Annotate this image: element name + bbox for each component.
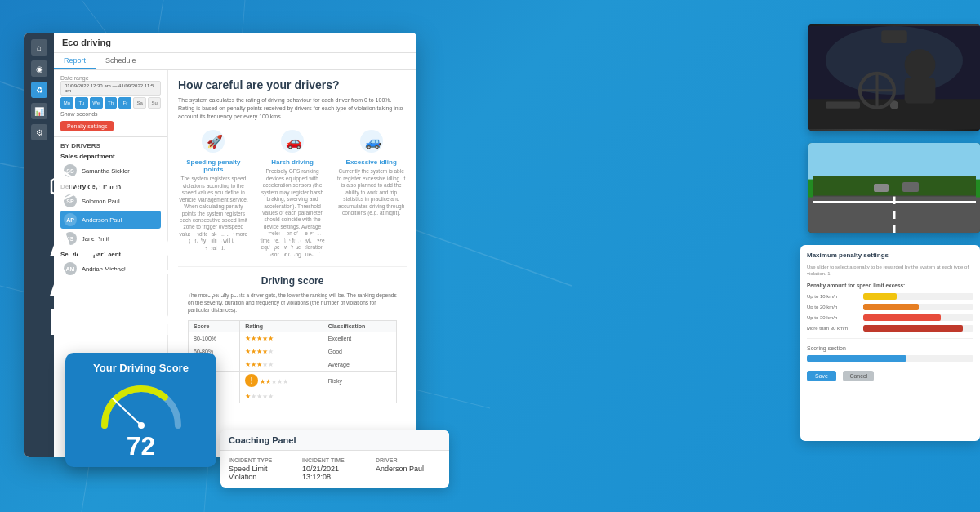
svg-rect-35 — [881, 30, 907, 43]
settings-panel: Maximum penalty settings Use slider to s… — [800, 245, 980, 441]
gauge-title: Your Driving Score — [93, 362, 189, 374]
svg-text:🚙: 🚙 — [365, 134, 381, 149]
incident-type-label: INCIDENT TYPE — [229, 457, 294, 463]
rating-row-3: ★★★★★ — [240, 358, 323, 372]
coaching-col-driver: DRIVER Anderson Paul — [376, 457, 441, 481]
coaching-title: Coaching Panel — [229, 435, 441, 445]
harsh-driving-icon: 🚗 — [279, 128, 305, 154]
day-mo[interactable]: Mo — [60, 97, 74, 109]
svg-rect-27 — [826, 101, 860, 108]
class-row-4: Risky — [323, 372, 396, 390]
filter-date-range[interactable]: 01/09/2022 12:30 am — 41/09/2022 11:5 pm — [60, 81, 161, 96]
reports-icon: 📊 — [34, 107, 44, 116]
camera-shots — [792, 0, 980, 229]
filter-label: Date range — [60, 75, 161, 81]
scoring-section-label: Scoring section — [807, 345, 973, 351]
rocket-icon: 🚀 — [200, 128, 226, 154]
road-svg — [808, 143, 980, 233]
class-row-3: Average — [323, 358, 396, 372]
day-sa[interactable]: Sa — [133, 97, 146, 109]
bar-label-1: Up to 10 km/h — [807, 294, 860, 299]
settings-actions: Scoring section Save Cancel — [807, 338, 973, 381]
coaching-header: Coaching Panel — [220, 430, 449, 451]
camera-shot-road — [808, 143, 980, 233]
scoring-bar — [807, 355, 973, 362]
coaching-col-time: INCIDENT TIME 10/21/2021 13:12:08 — [302, 457, 368, 481]
table-row: 40-60% ★★★★★ Average — [189, 358, 397, 372]
headline: ADAS AND DMS ALERTS IN NAVIXY — [49, 225, 359, 343]
bar-container-3 — [863, 314, 973, 321]
day-su[interactable]: Su — [148, 97, 161, 109]
sidebar-icon-home[interactable]: ⌂ — [31, 39, 47, 56]
bar-label-3: Up to 30 km/h — [807, 315, 860, 320]
score-gauge-card: Your Driving Score 72 — [65, 353, 216, 467]
dashboard-header: Eco driving — [54, 33, 416, 53]
svg-rect-37 — [813, 176, 976, 196]
sidebar-icon-map[interactable]: ◉ — [31, 60, 47, 77]
class-row-2: Good — [323, 345, 396, 358]
day-th[interactable]: Th — [105, 97, 118, 109]
how-careful-intro: The system calculates the rating of driv… — [178, 96, 407, 120]
scoring-bar-fill — [807, 355, 906, 362]
rating-row-5: ★★★★★ — [240, 390, 323, 403]
sidebar-icon-settings[interactable]: ⚙ — [31, 124, 47, 140]
bar-label-2: Up to 20 km/h — [807, 305, 860, 309]
filters: Date range 01/09/2022 12:30 am — 41/09/2… — [54, 70, 167, 137]
svg-rect-31 — [905, 78, 936, 104]
svg-point-30 — [905, 49, 936, 80]
settings-icon: ⚙ — [36, 128, 43, 137]
table-row: 20-40% ! ★★★★★ Risky — [189, 372, 397, 390]
bar-container-1 — [863, 293, 973, 300]
penalty-bar-row-3: Up to 30 km/h — [807, 314, 973, 321]
eco-icon: ♻ — [36, 86, 43, 95]
sidebar-icon-eco[interactable]: ♻ — [31, 82, 47, 98]
coaching-row: INCIDENT TYPE Speed Limit Violation INCI… — [220, 451, 449, 488]
logo-area: Navixy — [49, 169, 359, 200]
harsh-title: Harsh driving — [257, 158, 328, 166]
day-we[interactable]: We — [90, 97, 103, 109]
dashboard-title: Eco driving — [62, 38, 111, 47]
svg-text:🚀: 🚀 — [207, 134, 223, 149]
driver-silhouette-svg — [808, 24, 980, 131]
incident-time-label: INCIDENT TIME — [302, 457, 368, 463]
dashboard-tabs: Report Schedule — [54, 53, 416, 70]
penalty-bar-row-2: Up to 20 km/h — [807, 304, 973, 310]
day-tu[interactable]: Tu — [75, 97, 88, 109]
how-careful-heading: How careful are your drivers? — [178, 78, 407, 91]
camera-shot-interior — [808, 24, 980, 131]
rating-row-2: ★★★★★ — [240, 345, 323, 358]
gauge-number: 72 — [127, 433, 156, 459]
save-button[interactable]: Save — [807, 371, 836, 381]
bar-fill-1 — [863, 293, 897, 300]
warning-icon: ! — [245, 374, 258, 387]
bar-fill-3 — [863, 314, 941, 321]
idling-title: Excessive idling — [336, 158, 407, 166]
rating-row-4: ! ★★★★★ — [240, 372, 323, 390]
driver-label: DRIVER — [376, 457, 441, 463]
penalty-settings-button[interactable]: Penalty settings — [60, 121, 114, 131]
speed-penalty-label: Penalty amount for speed limit excess: — [807, 283, 973, 288]
penalty-bar-row-4: More than 30 km/h — [807, 325, 973, 332]
bar-container-2 — [863, 304, 973, 310]
car-interior — [808, 24, 980, 131]
sales-dept-label: Sales department — [60, 153, 161, 160]
headline-line1: ADAS AND DMS — [49, 224, 332, 264]
logo-text: Navixy — [88, 171, 164, 198]
tab-report[interactable]: Report — [54, 53, 96, 69]
table-row: 60-80% ★★★★★ Good — [189, 345, 397, 358]
bar-fill-4 — [863, 325, 963, 332]
bar-fill-2 — [863, 304, 919, 310]
tab-schedule[interactable]: Schedule — [96, 53, 146, 69]
settings-title: Maximum penalty settings — [807, 252, 973, 259]
by-drivers-label: By drivers — [60, 142, 161, 149]
navixy-logo-icon — [49, 169, 80, 200]
gauge-svg — [96, 381, 186, 430]
map-icon: ◉ — [36, 65, 43, 73]
coaching-col-incident: INCIDENT TYPE Speed Limit Violation — [229, 457, 294, 481]
svg-point-24 — [138, 422, 145, 429]
penalty-bars: Up to 10 km/h Up to 20 km/h Up to 30 km/… — [807, 293, 973, 332]
day-fr[interactable]: Fr — [118, 97, 131, 109]
cancel-button[interactable]: Cancel — [843, 371, 874, 381]
sidebar-icon-reports[interactable]: 📊 — [31, 103, 47, 119]
svg-text:🚗: 🚗 — [286, 134, 302, 149]
